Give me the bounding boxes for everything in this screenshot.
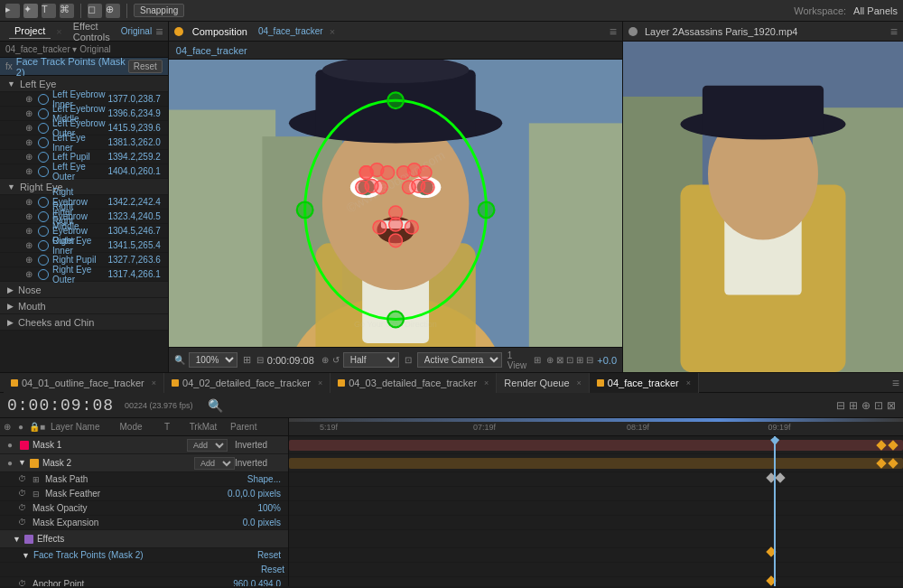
tl-mask-path-row[interactable]: ⏱ ⊞ Mask Path Shape... — [0, 472, 288, 487]
fps-info: 00224 (23.976 fps) — [125, 401, 193, 410]
tl-ctrl-5[interactable]: ⊠ — [887, 399, 896, 412]
nose-arrow: ▶ — [7, 285, 14, 294]
brush-tool-icon[interactable]: ⌘ — [60, 4, 74, 18]
stopwatch-icon-feather[interactable]: ⏱ — [18, 489, 29, 499]
section-cheeks-chin[interactable]: ▶ Cheeks and Chin — [0, 314, 168, 331]
tab-label-3: 04_03_detailed_face_tracker — [349, 378, 477, 388]
tl-reset-row[interactable]: Reset — [0, 563, 288, 577]
tab-face-tracker-active[interactable]: 04_face_tracker × — [590, 373, 699, 393]
mask2-vis-icon[interactable]: ● — [4, 458, 16, 468]
tab-outline-face-tracker[interactable]: 04_01_outline_face_tracker × — [4, 373, 164, 393]
tab-detailed-face-tracker-03[interactable]: 04_03_detailed_face_tracker × — [330, 373, 497, 393]
fps-container: 00224 (23.976 fps) — [125, 401, 193, 410]
tl-mask2-row[interactable]: ● ▼ Mask 2 Add Inverted — [0, 454, 288, 472]
time-scrub-bar[interactable] — [289, 418, 903, 422]
crosshair-icon-4: ⊕ — [25, 137, 33, 147]
text-tool-icon[interactable]: T — [42, 4, 56, 18]
left-eye-arrow: ▼ — [7, 79, 15, 89]
track-mask2 — [289, 454, 903, 472]
time-marker-1: 5:19f — [320, 418, 338, 435]
mask2-expand-icon[interactable]: ▼ — [18, 458, 26, 468]
reset-button[interactable]: Reset — [128, 60, 163, 73]
stopwatch-icon-expansion[interactable]: ⏱ — [18, 518, 29, 528]
tl-ctrl-4[interactable]: ⊡ — [874, 399, 883, 412]
comp-tab[interactable]: Composition — [187, 25, 253, 38]
reset-value[interactable]: Reset — [261, 565, 284, 574]
stopwatch-icon-path[interactable]: ⏱ — [18, 474, 29, 485]
zoom-select[interactable]: 100% 50% 200% — [189, 352, 237, 368]
time-marker-4: 09:19f — [768, 418, 790, 435]
tl-t-col-header: T — [158, 422, 176, 432]
crosshair-icon-5: ⊕ — [25, 152, 33, 162]
pen-tool-icon[interactable]: ✦ — [23, 4, 38, 18]
section-nose[interactable]: ▶ Nose — [0, 282, 168, 298]
comp-icon-1[interactable]: ⊕ — [546, 355, 554, 365]
tl-effects-row[interactable]: ▼ Effects — [0, 530, 288, 548]
project-tab[interactable]: Project — [9, 23, 51, 39]
playhead[interactable] — [774, 436, 776, 586]
search-icon[interactable]: 🔍 — [208, 398, 223, 413]
stopwatch-icon-opacity[interactable]: ⏱ — [18, 503, 29, 514]
tl-anchor-point-row[interactable]: ⏱ Anchor Point 960.0,494.0 — [0, 577, 288, 586]
comp-close-btn[interactable] — [174, 27, 183, 36]
comp-viewport[interactable]: ©www.30down.com Go Your Own Direction — [169, 60, 622, 347]
tl-ctrl-2[interactable]: ⊞ — [849, 399, 858, 412]
track-row-right-eye-outer[interactable]: ⊕ Right Eye Outer 1317.4,266.1 — [0, 267, 168, 282]
tab-close-2[interactable]: × — [318, 378, 322, 387]
face-track-reset-1[interactable]: Reset — [257, 550, 281, 560]
tab-close-3[interactable]: × — [484, 378, 489, 387]
mask-path-kf-2[interactable] — [776, 472, 786, 482]
tab-dot-2 — [172, 379, 179, 387]
mask2-mode-select[interactable]: Add — [194, 457, 235, 470]
snapping-button[interactable]: Snapping — [134, 4, 184, 17]
effect-controls-tab[interactable]: Effect Controls — [68, 22, 116, 44]
layer-tab[interactable]: Layer 2Assassins Paris_1920.mp4 — [641, 25, 801, 38]
comp-icon-2[interactable]: ⊠ — [556, 355, 563, 365]
tl-mask-opacity-row[interactable]: ⏱ Mask Opacity 100% — [0, 501, 288, 516]
track-row-right-eye-inner[interactable]: ⊕ Right Eye Inner 1341.5,265.4 — [0, 238, 168, 253]
comp-icon-3[interactable]: ⊡ — [566, 355, 573, 365]
mask1-vis-icon[interactable]: ● — [4, 440, 16, 450]
comp-tab-close[interactable]: × — [330, 26, 335, 37]
tl-ctrl-3[interactable]: ⊕ — [861, 399, 870, 412]
svg-point-34 — [405, 220, 418, 234]
svg-rect-48 — [703, 86, 824, 135]
layer-panel-menu[interactable]: ≡ — [890, 24, 898, 39]
right-eye-inner-name: Right Eye Inner — [52, 236, 107, 256]
track-row-left-eye-outer[interactable]: ⊕ Left Eye Outer 1404.0,260.1 — [0, 164, 168, 179]
layer-close-btn[interactable] — [628, 27, 638, 36]
tl-mask1-row[interactable]: ● Mask 1 Add Subtract Intersect Inverted — [0, 436, 288, 454]
camera-tool-icon[interactable]: ⊕ — [106, 4, 120, 18]
section-mouth[interactable]: ▶ Mouth — [0, 298, 168, 314]
select-tool-icon[interactable]: ▸ — [5, 4, 20, 18]
shape-tool-icon[interactable]: ◻ — [88, 4, 102, 18]
comp-icon-5[interactable]: ⊟ — [586, 355, 593, 365]
tl-mask-expansion-row[interactable]: ⏱ Mask Expansion 0.0 pixels — [0, 516, 288, 530]
comp-right-icons: ⊕ ⊠ ⊡ ⊞ ⊟ — [546, 355, 593, 365]
camera-select[interactable]: Active Camera — [417, 352, 502, 368]
tab-close-render[interactable]: × — [577, 378, 582, 387]
stopwatch-icon-anchor[interactable]: ⏱ — [18, 579, 29, 587]
quality-select[interactable]: Half Full Quarter — [343, 352, 399, 368]
tab-detailed-face-tracker-02[interactable]: 04_02_detailed_face_tracker × — [164, 373, 330, 393]
tab-render-queue[interactable]: Render Queue × — [497, 373, 589, 393]
left-pupil-value: 1394.2,259.2 — [107, 152, 160, 162]
tl-face-track-row[interactable]: ▼ Face Track Points (Mask 2) Reset — [0, 548, 288, 563]
tl-mask-feather-row[interactable]: ⏱ ⊟ Mask Feather 0.0,0.0 pixels — [0, 487, 288, 501]
comp-icon-4[interactable]: ⊞ — [576, 355, 583, 365]
tab-close-5[interactable]: × — [686, 378, 691, 387]
panel-menu-icon[interactable]: ≡ — [155, 24, 163, 39]
face-track-expand-icon[interactable]: ▼ — [22, 551, 30, 560]
timeline-menu-icon[interactable]: ≡ — [892, 376, 899, 390]
comp-panel-menu[interactable]: ≡ — [610, 24, 617, 39]
track-row-left-eye-inner[interactable]: ⊕ Left Eye Inner 1381.3,262.0 — [0, 135, 168, 150]
track-mask-opacity — [289, 501, 903, 516]
mask1-mode-select[interactable]: Add Subtract Intersect — [187, 439, 228, 452]
effects-expand-icon[interactable]: ▼ — [13, 535, 21, 544]
layer-viewport[interactable] — [623, 42, 903, 372]
tl-ctrl-1[interactable]: ⊟ — [836, 399, 845, 412]
timeline-timecode[interactable]: 0:00:09:08 — [7, 397, 114, 415]
tab-close-1[interactable]: × — [152, 378, 156, 387]
mask1-inverted: Inverted — [235, 440, 284, 450]
svg-point-33 — [389, 218, 403, 231]
